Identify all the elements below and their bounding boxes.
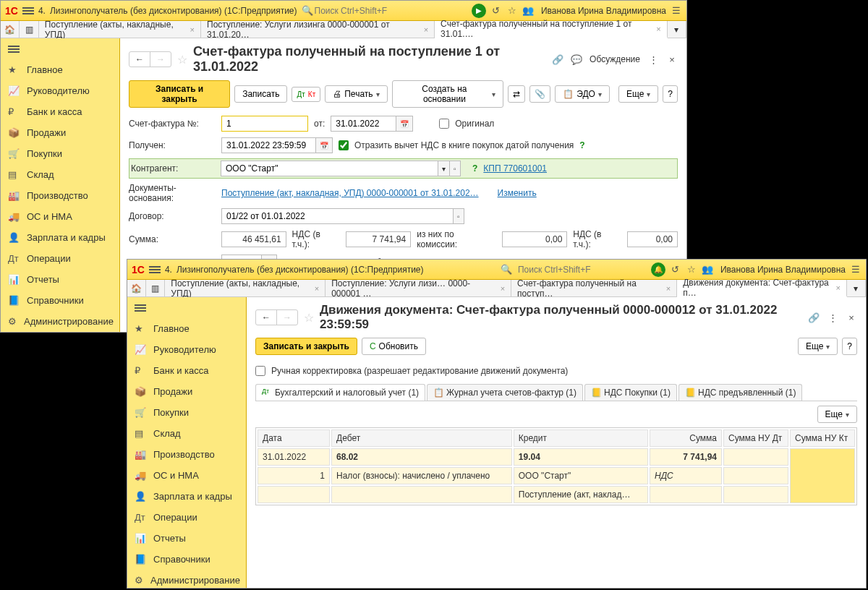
sidebar-item-manager[interactable]: 📈Руководителю	[127, 339, 246, 360]
tab-movements[interactable]: Движения документа: Счет-фактура п…×	[677, 280, 847, 297]
open-icon[interactable]: ▫	[453, 208, 464, 224]
calendar-icon[interactable]: 📅	[396, 116, 413, 132]
dtkt-button[interactable]: ДтКт	[292, 87, 320, 102]
tab-invoice-received[interactable]: Счет-фактура полученный на поступление 1…	[435, 21, 667, 38]
tab-receipts[interactable]: Поступление (акты, накладные, УПД)×	[165, 280, 326, 296]
print-button[interactable]: 🖨 Печать	[325, 85, 387, 103]
sidebar-item-hr[interactable]: 👤Зарплата и кадры	[1, 227, 119, 248]
star-icon[interactable]: ☆	[686, 264, 697, 275]
open-icon[interactable]: ▫	[450, 161, 461, 176]
manual-correction-checkbox[interactable]	[255, 366, 265, 376]
home-button[interactable]: 🏠	[1, 21, 20, 38]
history-icon[interactable]: ↺	[670, 264, 681, 275]
sidebar-toggle-icon[interactable]	[8, 44, 20, 54]
sidebar-item-sales[interactable]: 📦Продажи	[127, 381, 246, 402]
received-input[interactable]	[221, 137, 315, 153]
close-icon[interactable]: ×	[501, 284, 505, 293]
menu-icon[interactable]	[149, 265, 161, 275]
sidebar-item-production[interactable]: 🏭Производство	[127, 444, 246, 465]
edo-button[interactable]: 📋 ЭДО	[555, 85, 610, 103]
reflect-checkbox[interactable]	[339, 140, 349, 150]
sidebar-item-sales[interactable]: 📦Продажи	[1, 122, 119, 143]
tab-list-button[interactable]: ▥	[20, 21, 38, 38]
help-icon[interactable]: ?	[579, 140, 584, 150]
chat-icon[interactable]: 💬	[571, 54, 582, 65]
tab-invoice[interactable]: Счет-фактура полученный на поступ…×	[511, 280, 677, 296]
home-button[interactable]: 🏠	[127, 280, 146, 296]
sidebar-item-main[interactable]: ★Главное	[1, 59, 119, 80]
close-icon[interactable]: ×	[846, 312, 857, 323]
bell-icon[interactable]: 🔔	[651, 262, 665, 277]
close-icon[interactable]: ×	[666, 284, 671, 293]
change-link[interactable]: Изменить	[498, 188, 537, 198]
users-icon[interactable]: 👥	[702, 264, 713, 275]
menu-icon[interactable]	[22, 6, 34, 16]
tab-list-button[interactable]: ▥	[146, 280, 165, 296]
sidebar-item-bank[interactable]: ₽Банк и касса	[1, 101, 119, 122]
subtab-vat-presented[interactable]: 📒НДС предъявленный (1)	[678, 384, 802, 401]
tab-receipts[interactable]: Поступление (акты, накладные, УПД)×	[39, 21, 201, 38]
sidebar-item-purchases[interactable]: 🛒Покупки	[1, 143, 119, 164]
sidebar-item-dict[interactable]: 📘Справочники	[127, 549, 246, 570]
dropdown-icon[interactable]: ▾	[438, 161, 450, 176]
favorite-icon[interactable]: ☆	[177, 53, 187, 67]
contract-input[interactable]	[221, 208, 453, 224]
user-name[interactable]: Иванова Ирина Владимировна	[541, 6, 666, 16]
kpp-link[interactable]: КПП 770601001	[483, 163, 547, 174]
original-checkbox[interactable]	[439, 119, 449, 129]
invoice-no-input[interactable]	[221, 116, 308, 132]
sidebar-item-main[interactable]: ★Главное	[127, 318, 246, 339]
tab-leasing-services[interactable]: Поступление: Услуги лизинга 0000-000001 …	[201, 21, 435, 38]
sidebar-item-reports[interactable]: 📊Отчеты	[1, 269, 119, 290]
sidebar-item-operations[interactable]: ДтОперации	[127, 507, 246, 528]
tab-leasing[interactable]: Поступление: Услуги лизи… 0000-000001 …×	[326, 280, 511, 296]
sidebar-item-assets[interactable]: 🚚ОС и НМА	[127, 465, 246, 486]
sidebar-toggle-icon[interactable]	[135, 303, 146, 313]
subtab-vat-purchases[interactable]: 📒НДС Покупки (1)	[584, 384, 677, 401]
sidebar-item-operations[interactable]: ДтОперации	[1, 248, 119, 269]
link-icon[interactable]: 🔗	[552, 54, 563, 65]
nav-arrows[interactable]: ←→	[255, 309, 298, 325]
sidebar-item-reports[interactable]: 📊Отчеты	[127, 528, 246, 549]
run-icon[interactable]: ▶	[472, 4, 486, 18]
more-button[interactable]: Еще	[618, 85, 658, 103]
basis-link[interactable]: Поступление (акт, накладная, УПД) 0000-0…	[221, 188, 479, 198]
close-icon[interactable]: ×	[424, 25, 428, 34]
star-icon[interactable]: ☆	[506, 5, 518, 17]
nav-arrows[interactable]: ←→	[129, 51, 171, 67]
calendar-icon[interactable]: 📅	[315, 137, 333, 153]
save-close-button[interactable]: Записать и закрыть	[255, 338, 357, 355]
user-name[interactable]: Иванова Ирина Владимировна	[720, 265, 846, 275]
close-icon[interactable]: ×	[315, 284, 319, 293]
history-icon[interactable]: ↺	[490, 5, 502, 17]
user-menu-icon[interactable]: ☰	[850, 264, 861, 275]
grid-more-button[interactable]: Еще	[817, 406, 857, 423]
exchange-button[interactable]: ⇄	[508, 85, 525, 103]
help-icon[interactable]: ?	[472, 163, 477, 174]
refresh-button[interactable]: С Обновить	[362, 338, 426, 355]
save-button[interactable]: Записать	[234, 85, 287, 103]
sidebar-item-manager[interactable]: 📈Руководителю	[1, 80, 119, 101]
attach-button[interactable]: 📎	[529, 85, 550, 103]
save-close-button[interactable]: Записать и закрыть	[129, 80, 230, 108]
kebab-icon[interactable]: ⋮	[827, 312, 838, 323]
sidebar-item-admin[interactable]: ⚙Администрирование	[1, 311, 119, 332]
close-icon[interactable]: ×	[190, 25, 195, 34]
sidebar-item-warehouse[interactable]: ▤Склад	[127, 423, 246, 444]
favorite-icon[interactable]: ☆	[304, 311, 314, 325]
global-search-input[interactable]	[516, 263, 647, 276]
close-icon[interactable]: ×	[656, 25, 660, 33]
subtab-journal[interactable]: 📋Журнал учета счетов-фактур (1)	[427, 384, 583, 401]
sidebar-item-hr[interactable]: 👤Зарплата и кадры	[127, 486, 246, 507]
more-button[interactable]: Еще	[798, 338, 838, 355]
help-button[interactable]: ?	[842, 338, 857, 355]
user-menu-icon[interactable]: ☰	[671, 5, 682, 17]
help-button[interactable]: ?	[663, 85, 678, 103]
link-icon[interactable]: 🔗	[808, 312, 820, 323]
create-based-button[interactable]: Создать на основании	[392, 80, 504, 108]
sidebar-item-assets[interactable]: 🚚ОС и НМА	[1, 206, 119, 227]
sidebar-item-warehouse[interactable]: ▤Склад	[1, 164, 119, 185]
sidebar-item-bank[interactable]: ₽Банк и касса	[127, 360, 246, 381]
kebab-icon[interactable]: ⋮	[647, 54, 659, 65]
subtab-accounting[interactable]: ДтБухгалтерский и налоговый учет (1)	[255, 384, 425, 401]
